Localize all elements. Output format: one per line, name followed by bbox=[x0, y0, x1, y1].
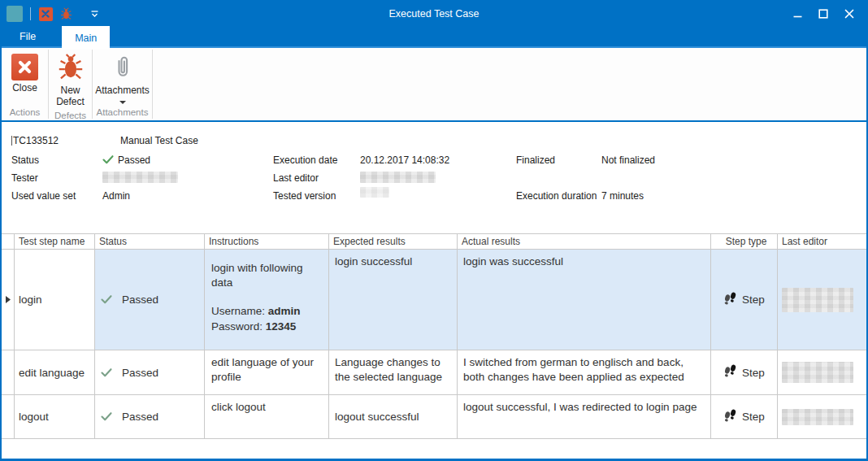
cell-status[interactable]: Passed bbox=[95, 350, 205, 394]
passed-check-icon bbox=[101, 368, 112, 377]
passed-check-icon bbox=[102, 155, 114, 164]
header-step-type[interactable]: Step type bbox=[711, 234, 778, 249]
ribbon: Close Actions New Defect bbox=[2, 48, 866, 122]
table-row-login[interactable]: login Passed login with following data U… bbox=[2, 250, 866, 350]
header-actual-results[interactable]: Actual results bbox=[458, 234, 711, 249]
qat-customize-chevron-icon[interactable] bbox=[87, 7, 102, 21]
window-controls bbox=[788, 6, 866, 22]
last-editor-redacted bbox=[782, 288, 853, 312]
tab-main[interactable]: Main bbox=[62, 26, 110, 50]
qat-separator bbox=[30, 7, 31, 20]
status-value: Passed bbox=[102, 154, 150, 166]
cell-status[interactable]: Passed bbox=[95, 395, 205, 438]
bug-icon bbox=[58, 54, 84, 83]
cell-step-type[interactable]: Step bbox=[711, 250, 778, 350]
cell-instructions[interactable]: edit language of your profile bbox=[205, 350, 329, 394]
quick-access-toolbar: c-logo-square bbox=[2, 6, 102, 22]
execution-date-value: 20.12.2017 14:08:32 bbox=[360, 154, 449, 166]
cell-expected-results[interactable]: logout successful bbox=[329, 395, 458, 438]
close-button-label: Close bbox=[12, 83, 37, 94]
header-test-step-name[interactable]: Test step name bbox=[15, 234, 95, 249]
close-x-icon bbox=[11, 54, 38, 80]
cell-last-editor[interactable] bbox=[778, 350, 866, 394]
table-header-row: Test step name Status Instructions Expec… bbox=[2, 234, 866, 250]
cell-expected-results[interactable]: Language changes to the selected languag… bbox=[329, 350, 458, 394]
last-editor-value-redacted bbox=[360, 172, 436, 183]
header-last-editor[interactable]: Last editor bbox=[778, 234, 866, 249]
tester-label: Tester bbox=[11, 172, 38, 184]
cell-actual-results[interactable]: logout successful, I was redirected to l… bbox=[458, 395, 711, 438]
execution-duration-label: Execution duration bbox=[516, 190, 597, 202]
group-label-defects: Defects bbox=[49, 110, 92, 122]
tab-file[interactable]: File bbox=[7, 26, 49, 46]
row-indicator bbox=[2, 395, 15, 438]
attachments-dropdown-caret-icon bbox=[119, 101, 126, 104]
title-bar: c-logo-square Executed Test Case bbox=[2, 2, 866, 26]
current-row-indicator-icon bbox=[2, 250, 15, 350]
footprints-icon bbox=[723, 364, 737, 381]
last-editor-redacted bbox=[782, 362, 853, 383]
cell-test-step-name[interactable]: logout bbox=[15, 395, 95, 438]
app-logo-icon[interactable]: c-logo-square bbox=[7, 6, 23, 22]
execution-duration-value: 7 minutes bbox=[601, 190, 644, 202]
ribbon-group-actions: Close Actions bbox=[2, 48, 48, 120]
paperclip-icon bbox=[113, 54, 132, 83]
test-case-type: Manual Test Case bbox=[120, 135, 198, 146]
ribbon-group-separator bbox=[152, 50, 153, 119]
last-editor-label: Last editor bbox=[273, 172, 319, 184]
text-cursor bbox=[11, 136, 12, 146]
cell-test-step-name[interactable]: login bbox=[15, 250, 95, 350]
cell-status[interactable]: Passed bbox=[95, 250, 205, 350]
passed-check-icon bbox=[101, 412, 112, 421]
table-row-logout[interactable]: logout Passed click logout logout succes… bbox=[2, 395, 866, 439]
used-value-set-value: Admin bbox=[102, 190, 130, 202]
ribbon-group-defects: New Defect Defects bbox=[49, 48, 92, 120]
cell-last-editor[interactable] bbox=[778, 395, 866, 438]
cell-test-step-name[interactable]: edit language bbox=[15, 350, 95, 394]
test-steps-table: Test step name Status Instructions Expec… bbox=[2, 233, 866, 439]
minimize-icon[interactable] bbox=[788, 6, 806, 22]
window-title: Executed Test Case bbox=[2, 8, 866, 20]
qat-new-defect-bug-icon[interactable] bbox=[59, 7, 73, 21]
attachments-button[interactable]: Attachments bbox=[91, 52, 154, 106]
header-expected-results[interactable]: Expected results bbox=[329, 234, 458, 249]
cell-expected-results[interactable]: login successful bbox=[329, 250, 458, 350]
row-indicator bbox=[2, 350, 15, 394]
last-editor-redacted bbox=[782, 409, 853, 425]
ribbon-tab-bar: File Main bbox=[2, 26, 866, 48]
executed-test-case-window: c-logo-square Executed Test Case bbox=[0, 0, 868, 461]
close-button[interactable]: Close bbox=[7, 52, 42, 96]
footprints-icon bbox=[723, 409, 737, 425]
used-value-set-label: Used value set bbox=[11, 190, 76, 202]
qat-close-icon[interactable] bbox=[38, 7, 53, 21]
group-label-actions: Actions bbox=[2, 107, 48, 120]
header-row-indicator bbox=[2, 234, 15, 249]
finalized-value: Not finalized bbox=[601, 154, 655, 166]
cell-step-type[interactable]: Step bbox=[711, 395, 778, 438]
test-case-info-panel: TC133512 Manual Test Case Status Passed … bbox=[2, 122, 866, 233]
group-label-attachments: Attachments bbox=[93, 107, 152, 120]
close-window-icon[interactable] bbox=[840, 6, 858, 22]
new-defect-button[interactable]: New Defect bbox=[52, 52, 89, 110]
footprints-icon bbox=[723, 292, 737, 308]
status-label: Status bbox=[11, 154, 39, 166]
execution-date-label: Execution date bbox=[273, 154, 337, 166]
tested-version-label: Tested version bbox=[273, 190, 336, 202]
cell-last-editor[interactable] bbox=[778, 250, 866, 350]
new-defect-button-label: New Defect bbox=[56, 85, 85, 108]
tester-value-redacted bbox=[102, 172, 178, 183]
table-row-edit-language[interactable]: edit language Passed edit language of yo… bbox=[2, 350, 866, 395]
header-status[interactable]: Status bbox=[95, 234, 205, 249]
cell-instructions[interactable]: click logout bbox=[205, 395, 329, 438]
cell-step-type[interactable]: Step bbox=[711, 350, 778, 394]
tested-version-value-redacted bbox=[360, 187, 389, 198]
passed-check-icon bbox=[101, 295, 112, 304]
cell-actual-results[interactable]: I switched from german to englisch and b… bbox=[458, 350, 711, 394]
test-case-id-field[interactable]: TC133512 bbox=[11, 135, 59, 146]
cell-instructions[interactable]: login with following data Username: admi… bbox=[205, 250, 329, 350]
header-instructions[interactable]: Instructions bbox=[205, 234, 329, 249]
attachments-button-label: Attachments bbox=[95, 85, 150, 97]
maximize-icon[interactable] bbox=[814, 6, 832, 22]
ribbon-group-attachments: Attachments Attachments bbox=[93, 48, 152, 120]
cell-actual-results[interactable]: login was successful bbox=[458, 250, 711, 350]
